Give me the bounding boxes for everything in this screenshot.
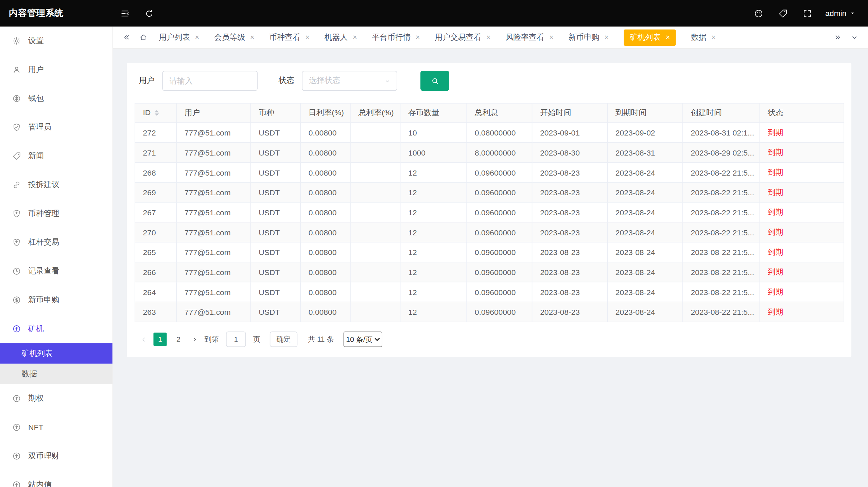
sidebar-item-label: 用户: [28, 65, 44, 75]
cell-daily-rate: 0.00800: [300, 242, 350, 262]
cell-created-time: 2023-08-29 02:5...: [683, 143, 760, 163]
close-icon[interactable]: ×: [711, 34, 715, 41]
close-icon[interactable]: ×: [549, 34, 553, 41]
sidebar-item-label: 设置: [28, 36, 44, 46]
tag-icon: [12, 152, 21, 161]
tab-user-trade-view[interactable]: 用户交易查看×: [435, 32, 490, 42]
user-menu[interactable]: admin: [820, 9, 868, 18]
status-badge: 到期: [768, 287, 783, 296]
sidebar-item-options[interactable]: 期权: [0, 384, 112, 413]
tabs-menu-icon[interactable]: [846, 26, 863, 48]
sidebar-item-dual-finance[interactable]: 双币理财: [0, 442, 112, 471]
prev-page-icon[interactable]: [139, 336, 149, 343]
circle-arrow-icon: [12, 452, 21, 461]
tab-robot[interactable]: 机器人×: [325, 32, 357, 42]
tab-coin-view[interactable]: 币种查看×: [269, 32, 309, 42]
cell-start-time: 2023-08-23: [532, 282, 608, 302]
cell-start-time: 2023-08-23: [532, 162, 608, 182]
pagination-pages: 12: [153, 333, 185, 346]
sidebar-item-label: 双币理财: [28, 451, 59, 461]
tab-member-level[interactable]: 会员等级×: [214, 32, 254, 42]
sidebar-subitem-miner-data[interactable]: 数据: [0, 364, 112, 384]
cell-user: 777@51.com: [176, 262, 250, 282]
sidebar-subitem-miner-list[interactable]: 矿机列表: [0, 343, 112, 364]
tab-miner-list[interactable]: 矿机列表×: [624, 29, 676, 46]
goto-page-input[interactable]: [226, 331, 246, 347]
sidebar-item-miner[interactable]: 矿机: [0, 314, 112, 343]
sidebar-item-users[interactable]: 用户: [0, 55, 112, 84]
tab-data[interactable]: 数据×: [691, 32, 716, 42]
home-icon[interactable]: [135, 26, 151, 48]
tab-new-coin-subscribe[interactable]: 新币申购×: [569, 32, 609, 42]
sidebar-item-new-coin-subscribe[interactable]: 新币申购: [0, 286, 112, 314]
data-table: ID用户币种日利率(%)总利率(%)存币数量总利息开始时间到期时间创建时间状态 …: [135, 103, 844, 322]
close-icon[interactable]: ×: [305, 34, 309, 41]
sidebar-item-admins[interactable]: 管理员: [0, 113, 112, 142]
page-button-2[interactable]: 2: [172, 333, 185, 346]
sidebar-item-site-mail[interactable]: 站内信: [0, 470, 112, 487]
sidebar-item-news[interactable]: 新闻: [0, 142, 112, 170]
tabs-scroll-right-icon[interactable]: [829, 26, 846, 48]
cell-status: 到期: [760, 262, 844, 282]
close-icon[interactable]: ×: [250, 34, 254, 41]
cell-status: 到期: [760, 202, 844, 222]
theme-icon[interactable]: [747, 0, 771, 26]
sidebar-item-nft[interactable]: NFT: [0, 413, 112, 442]
fullscreen-icon[interactable]: [795, 0, 820, 26]
close-icon[interactable]: ×: [666, 34, 670, 41]
user-filter-input[interactable]: [162, 71, 258, 91]
table-row: 265777@51.comUSDT0.00800120.096000002023…: [135, 242, 844, 262]
close-icon[interactable]: ×: [195, 34, 199, 41]
table-row: 268777@51.comUSDT0.00800120.096000002023…: [135, 162, 844, 182]
tag-icon[interactable]: [771, 0, 796, 26]
table-row: 271777@51.comUSDT0.0080010008.0000000020…: [135, 143, 844, 163]
collapse-menu-icon[interactable]: [112, 0, 137, 26]
sidebar-item-coin-manage[interactable]: 币种管理: [0, 199, 112, 228]
cell-user: 777@51.com: [176, 282, 250, 302]
status-select-placeholder: 选择状态: [309, 76, 340, 86]
search-button[interactable]: [420, 71, 449, 91]
column-header-id[interactable]: ID: [135, 103, 176, 123]
close-icon[interactable]: ×: [353, 34, 357, 41]
total-count-label: 共 11 条: [308, 334, 334, 344]
sidebar-item-label: 钱包: [28, 93, 44, 103]
page-button-1[interactable]: 1: [153, 333, 167, 346]
cell-created-time: 2023-08-22 21:5...: [683, 182, 760, 202]
close-icon[interactable]: ×: [416, 34, 420, 41]
close-icon[interactable]: ×: [604, 34, 608, 41]
table-row: 264777@51.comUSDT0.00800120.096000002023…: [135, 282, 844, 302]
clock-icon: [12, 267, 21, 276]
confirm-button[interactable]: 确定: [270, 331, 297, 347]
username: admin: [825, 9, 846, 18]
tab-user-list[interactable]: 用户列表×: [159, 32, 199, 42]
status-filter-select[interactable]: 选择状态: [302, 71, 397, 91]
next-page-icon[interactable]: [190, 336, 199, 343]
cell-created-time: 2023-08-31 02:1...: [683, 123, 760, 143]
cell-coin: USDT: [251, 262, 301, 282]
tabs-scroll-left-icon[interactable]: [118, 26, 135, 48]
cell-id: 263: [135, 302, 176, 322]
sidebar-item-feedback[interactable]: 投拆建议: [0, 170, 112, 199]
content: 用户 状态 选择状态: [112, 49, 868, 357]
tab-risk-rate-view[interactable]: 风险率查看×: [505, 32, 553, 42]
page-size-select[interactable]: 10 条/页: [343, 331, 382, 347]
sort-icons[interactable]: [155, 108, 159, 118]
cell-created-time: 2023-08-22 21:5...: [683, 222, 760, 242]
cell-start-time: 2023-08-23: [532, 262, 608, 282]
cell-daily-rate: 0.00800: [300, 123, 350, 143]
close-icon[interactable]: ×: [486, 34, 490, 41]
sidebar-item-records[interactable]: 记录查看: [0, 257, 112, 286]
cell-expire-time: 2023-08-24: [607, 262, 683, 282]
tab-platform-market[interactable]: 平台币行情×: [372, 32, 420, 42]
sidebar-item-label: 新币申购: [28, 295, 59, 305]
sidebar-item-leverage-trade[interactable]: 杠杆交易: [0, 228, 112, 257]
sidebar-item-wallet[interactable]: 钱包: [0, 84, 112, 113]
sidebar-item-settings[interactable]: 设置: [0, 26, 112, 55]
app-title: 内容管理系统: [0, 7, 112, 19]
sidebar-item-label: 杠杆交易: [28, 237, 59, 247]
cell-created-time: 2023-08-22 21:5...: [683, 262, 760, 282]
cell-expire-time: 2023-08-24: [607, 302, 683, 322]
cell-created-time: 2023-08-22 21:5...: [683, 302, 760, 322]
refresh-icon[interactable]: [137, 0, 161, 26]
sidebar-item-label: 投拆建议: [28, 180, 59, 190]
